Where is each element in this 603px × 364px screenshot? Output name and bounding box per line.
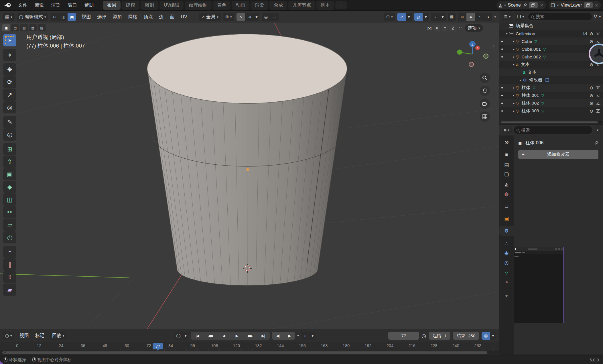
scene-selector[interactable]: ◭ ▾ Scene ✕ [496,1,546,9]
properties-tabs-expand[interactable]: ▾ [499,291,514,301]
disable-in-renders-icon[interactable] [596,94,600,97]
chevron-down-icon[interactable]: ▾ [557,4,559,7]
timeline-menu-标记[interactable]: 标记 [32,332,48,340]
expand-arrow-icon[interactable]: ▸ [511,86,516,90]
outliner-row-Collection[interactable]: ▾Collection☑⊙ [499,30,603,38]
navigation-gizmo[interactable]: Z X [457,41,488,67]
hide-in-viewport-icon[interactable]: ⊙ [590,93,593,98]
edge-select-button[interactable]: ◫ [59,13,68,21]
properties-tab-modifiers[interactable]: ⚙ [499,226,514,236]
pivot-point-button[interactable]: ⊚ ▾ [223,13,234,21]
properties-tab-render[interactable]: ◙ [499,150,514,160]
disable-in-renders-icon[interactable] [596,32,600,35]
mini-window-close-button[interactable] [561,248,563,250]
chevron-down-icon[interactable]: ▾ [183,332,188,340]
outliner-row-Cube.001[interactable]: ▸▽Cube.001▽⊙ [499,45,603,53]
auto-keying-button[interactable]: ◯ [174,332,183,340]
outliner-row-柱体.003[interactable]: ▸▽柱体.003▽⊙ [499,107,603,115]
shading-material-button[interactable]: ◔ [475,13,484,21]
outliner-scrollbar[interactable] [500,121,602,123]
snap-toggle-button[interactable]: ∩ [237,13,245,21]
viewlayer-selector[interactable]: ❏ ▾ ViewLayer ✕ [549,1,601,9]
step-back-button[interactable]: ◀| [272,332,283,340]
chevron-down-icon[interactable]: ▾ [504,4,506,7]
view-layer-icon[interactable]: ❏ [551,3,555,8]
outliner-row-柱体[interactable]: ▸▽柱体▽⊙ [499,84,603,92]
topbar-menu-渲染[interactable]: 渲染 [48,1,64,9]
jump-to-end-button[interactable]: ▶| [257,332,270,340]
expand-arrow-icon[interactable]: ▸ [518,78,523,82]
select-set-button[interactable]: ▣ [2,24,10,31]
xray-toggle-button[interactable]: ⊠ [448,13,456,21]
topbar-menu-窗口[interactable]: 窗口 [64,1,81,9]
new-scene-button[interactable] [529,2,538,8]
falloff-button[interactable]: ⌢ [270,13,279,21]
timeline-editor-type-button[interactable]: ◷ ▾ [3,332,14,340]
add-modifier-button[interactable]: + 添加修改器 [518,150,598,159]
timeline-menu-视图[interactable]: 视图 [17,332,32,340]
mode-selector[interactable]: ▢ 编辑模式 ▾ [17,13,48,21]
properties-tab-material[interactable]: ◑ [499,277,514,287]
tool-annotate[interactable]: ✎ [3,116,16,128]
mini-window-titlebar[interactable] [514,247,563,251]
properties-tab-physics[interactable]: ◉ [499,248,514,258]
properties-options-button[interactable]: ▾ [594,126,601,134]
tool-poly-build[interactable]: ▱ [3,219,16,231]
viewport-menu-顶点[interactable]: 顶点 [140,13,156,21]
timeline-ruler[interactable]: 77 0122436486072849610812013214415616818… [0,342,499,351]
properties-tab-world[interactable]: ◍ [499,189,514,199]
chevron-down-icon[interactable]: ▾ [310,332,316,340]
camera-view-button[interactable] [480,99,490,109]
workspace-tab-UV编辑[interactable]: UV编辑 [159,1,184,10]
transform-orientation[interactable]: ⊿ 全局 ▾ [199,13,221,21]
chevron-down-icon[interactable]: ▾ [254,13,259,21]
topbar-menu-编辑[interactable]: 编辑 [31,1,48,9]
properties-tab-tool[interactable]: ⚒ [499,138,514,147]
tool-knife[interactable]: ✂ [3,206,16,218]
tool-select-box[interactable]: ➤ [3,34,16,46]
cylinder-mesh[interactable] [147,34,347,286]
proportional-edit-button[interactable]: ◎ [262,13,270,21]
mirror-icon[interactable]: ⋈ [427,25,432,31]
viewport-menu-UV[interactable]: UV [178,13,190,21]
mirror-x-button[interactable]: X [433,25,440,32]
snap-individual-icon[interactable]: ◠ [459,25,462,31]
disable-in-renders-icon[interactable] [596,102,600,105]
properties-tab-constraints[interactable]: ◎ [499,258,514,267]
collapse-arrow-icon[interactable]: ▾ [505,32,509,36]
tool-bevel[interactable]: ◆ [3,181,16,193]
current-frame-marker[interactable]: 77 [153,343,163,349]
select-intersect-button[interactable]: ▧ [38,24,46,31]
select-extend-button[interactable]: ▤ [11,24,19,31]
snap-target-button[interactable]: ⇥ [245,13,254,21]
use-preview-range-button[interactable]: ◷ [421,332,426,339]
region-collapse-arrow[interactable]: ‹ [493,43,494,48]
scene-icon[interactable]: ◭ [499,3,502,8]
viewport-menu-面[interactable]: 面 [167,13,178,21]
workspace-tab-动画[interactable]: 动画 [232,1,249,10]
pin-icon[interactable] [594,141,598,145]
step-forward-button[interactable]: |▶ [283,332,295,340]
properties-tab-object[interactable]: ▣ [499,214,514,223]
shading-solid-button[interactable]: ● [466,13,475,21]
expand-arrow-icon[interactable]: ▸ [511,94,516,97]
unlink-scene-button[interactable]: ✕ [540,3,543,8]
show-gizmo-button[interactable]: ↗ [397,13,406,21]
tool-rotate[interactable]: ⟳ [3,76,16,88]
display-mode-button[interactable]: ❏ ▾ [515,13,526,21]
properties-tab-collection[interactable]: □ [499,201,514,211]
workspace-tab-雕刻[interactable]: 雕刻 [141,1,158,10]
workspace-tab-几何节点[interactable]: 几何节点 [288,1,315,10]
tool-add-cube[interactable]: ⊞ [3,143,16,155]
tool-measure[interactable]: ◵ [3,128,16,141]
gizmo-y-neg[interactable] [484,54,488,58]
topbar-menu-帮助[interactable]: 帮助 [81,1,97,9]
hide-in-viewport-icon[interactable]: ⊙ [590,31,593,36]
workspace-tab-建模[interactable]: 建模 [122,1,139,10]
viewport-canvas[interactable]: Z X ▣ ▤ ▥ ▦ ▧ ⋈ X Y Z ◠ 选项 ▾ [0,23,499,329]
viewport-menu-选择[interactable]: 选择 [94,13,109,21]
tool-move[interactable]: ✥ [3,63,16,76]
tool-shear[interactable]: ▰ [3,284,16,296]
mini-window-maximize-button[interactable] [558,248,560,250]
chevron-down-icon[interactable]: ▾ [406,13,412,21]
